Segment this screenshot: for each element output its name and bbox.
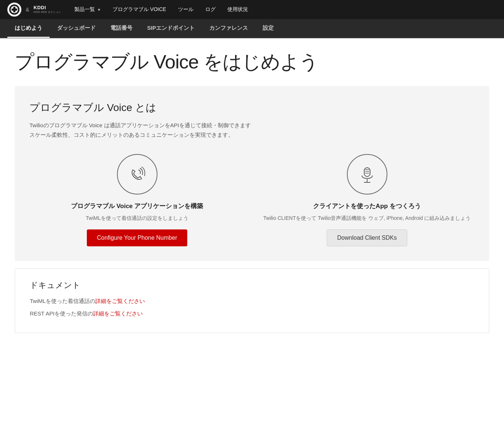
nav-item-log[interactable]: ログ [199,0,221,19]
top-nav-menu: 製品一覧 ▼ プログラマブル VOICE ツール ログ 使用状況 [68,0,253,19]
feature-desc-voice: TwiMLを使って着信通話の設定をしましょう [86,214,188,222]
nav-item-voice[interactable]: プログラマブル VOICE [107,0,172,19]
mic-icon [356,163,378,185]
svg-point-0 [9,4,20,15]
subnav-item-dashboard[interactable]: ダッシュボード [50,19,103,37]
kddi-brand: KDDI KDDI DDD セクション [33,5,61,14]
nav-item-products[interactable]: 製品一覧 ▼ [68,0,107,19]
card-description: Twilioのプログラマブル Voice は通話アプリケーションをAPIを通じて… [29,121,475,139]
docs-row-1: TwiMLを使った着信通話の詳細をご覧ください [30,297,474,306]
svg-point-2 [11,7,13,8]
subnav-item-settings[interactable]: 設定 [255,19,281,37]
docs-row-1-prefix: TwiMLを使った着信通話の [30,298,95,304]
nav-item-tools[interactable]: ツール [172,0,199,19]
subnav-item-phone[interactable]: 電話番号 [103,19,140,37]
phone-icon-circle [117,154,157,194]
subnav-item-sip[interactable]: SIPエンドポイント [140,19,202,37]
mic-icon-circle [347,154,387,194]
docs-link-1[interactable]: 詳細をご覧ください [95,298,145,304]
logo-area: & KDDI KDDI DDD セクション [7,3,61,17]
feature-title-voice: プログラマブル Voice アプリケーションを構築 [71,202,203,210]
svg-point-3 [15,7,17,8]
dropdown-arrow-icon: ▼ [97,8,101,12]
docs-row-2-prefix: REST APIを使った発信の [30,310,93,317]
configure-phone-button[interactable]: Configure Your Phone Number [87,229,188,246]
svg-point-4 [11,11,13,13]
nav-item-usage[interactable]: 使用状況 [221,0,254,19]
docs-card: ドキュメント TwiMLを使った着信通話の詳細をご覧ください REST APIを… [15,268,489,333]
kddi-name: KDDI [33,5,61,10]
ampersand: & [26,7,29,13]
kddi-subtext: KDDI DDD セクション [33,10,61,14]
page-title: プログラマブル Voice をはじめよう [15,49,489,75]
svg-rect-6 [364,168,370,176]
page-content: プログラマブル Voice をはじめよう プログラマブル Voice とは Tw… [0,38,504,344]
subnav-item-start[interactable]: はじめよう [7,20,50,38]
subnav-item-conference[interactable]: カンファレンス [202,19,255,37]
download-sdk-button[interactable]: Download Client SDKs [327,229,408,246]
docs-row-2: REST APIを使った発信の詳細をご覧ください [30,309,474,318]
feature-desc-client: Twilio CLIENTを使って Twilio音声通話機能を ウェブ, iPh… [263,214,471,222]
top-navigation: & KDDI KDDI DDD セクション 製品一覧 ▼ プログラマブル VOI… [0,0,504,19]
sub-navigation: はじめよう ダッシュボード 電話番号 SIPエンドポイント カンファレンス 設定 [0,19,504,38]
svg-point-5 [15,11,17,13]
feature-item-voice: プログラマブル Voice アプリケーションを構築 TwiMLを使って着信通話の… [29,154,245,246]
phone-icon [126,163,148,185]
main-card: プログラマブル Voice とは Twilioのプログラマブル Voice は通… [15,86,489,261]
feature-item-client: クライアントを使ったApp をつくろう Twilio CLIENTを使って Tw… [259,154,475,246]
feature-title-client: クライアントを使ったApp をつくろう [313,202,421,210]
docs-title: ドキュメント [30,280,474,291]
card-section-title: プログラマブル Voice とは [29,101,475,115]
docs-link-2[interactable]: 詳細をご覧ください [93,310,143,317]
twilio-logo-icon [7,3,21,17]
feature-grid: プログラマブル Voice アプリケーションを構築 TwiMLを使って着信通話の… [29,154,475,246]
